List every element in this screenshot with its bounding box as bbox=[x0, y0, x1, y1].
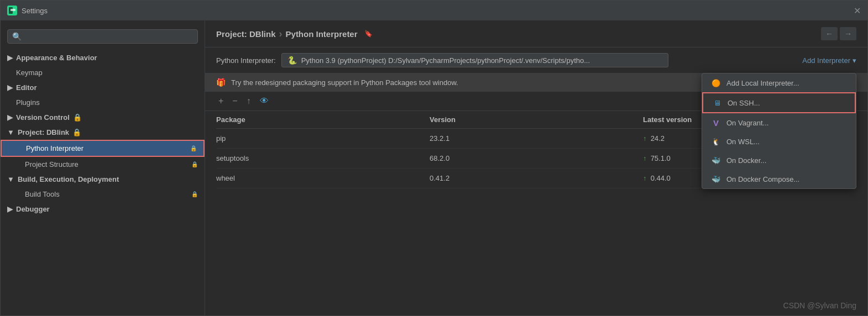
panel-header: Project: DBlink › Python Interpreter 🔖 ←… bbox=[205, 20, 867, 48]
dropdown-on-docker[interactable]: 🐳 On Docker... bbox=[702, 151, 856, 170]
package-name-wheel: wheel bbox=[216, 174, 430, 182]
upgrade-arrow-wheel: ↑ bbox=[643, 175, 646, 182]
breadcrumb-separator: › bbox=[279, 28, 283, 40]
sidebar-item-appearance-label: Appearance & Behavior bbox=[16, 54, 97, 62]
breadcrumb-project: Project: DBlink bbox=[216, 29, 276, 39]
lock-icon-ps: 🔒 bbox=[191, 161, 198, 167]
on-docker-icon: 🐳 bbox=[711, 155, 721, 165]
sidebar-item-keymap[interactable]: Keymap bbox=[1, 65, 205, 80]
sidebar-item-plugins-label: Plugins bbox=[16, 98, 40, 107]
sidebar-item-debugger[interactable]: ▶ Debugger bbox=[1, 202, 205, 217]
window-title: Settings bbox=[22, 7, 854, 15]
dropdown-on-wsl-label: On WSL... bbox=[726, 138, 760, 146]
gift-icon: 🎁 bbox=[216, 78, 226, 87]
on-ssh-icon: 🖥 bbox=[712, 98, 722, 108]
add-local-icon: 🟠 bbox=[711, 78, 721, 88]
sidebar-item-build-execution[interactable]: ▼ Build, Execution, Deployment bbox=[1, 172, 205, 187]
sidebar-item-python-interpreter-label: Python Interpreter bbox=[26, 144, 83, 152]
sidebar-item-debugger-label: Debugger bbox=[16, 205, 50, 213]
package-version-wheel: 0.41.2 bbox=[430, 174, 643, 182]
dropdown-add-local[interactable]: 🟠 Add Local Interpreter... bbox=[702, 73, 856, 92]
sidebar: 🔍 ▶ Appearance & Behavior Keymap ▶ Edito… bbox=[1, 20, 205, 315]
sidebar-item-build-tools[interactable]: Build Tools 🔒 bbox=[1, 187, 205, 202]
main-content: 🔍 ▶ Appearance & Behavior Keymap ▶ Edito… bbox=[1, 20, 867, 315]
search-box[interactable]: 🔍 bbox=[7, 29, 198, 44]
on-wsl-icon: 🐧 bbox=[711, 136, 721, 146]
dropdown-add-local-label: Add Local Interpreter... bbox=[726, 79, 799, 87]
dropdown-on-vagrant-label: On Vagrant... bbox=[726, 119, 768, 127]
dropdown-on-vagrant[interactable]: V On Vagrant... bbox=[702, 113, 856, 132]
package-name-setuptools: setuptools bbox=[216, 154, 430, 162]
chevron-right-icon-3: ▶ bbox=[7, 113, 13, 122]
sidebar-item-python-interpreter[interactable]: Python Interpreter 🔒 bbox=[1, 140, 205, 157]
main-panel: Project: DBlink › Python Interpreter 🔖 ←… bbox=[205, 20, 867, 315]
add-interpreter-button[interactable]: Add Interpreter ▾ bbox=[802, 56, 856, 65]
title-bar: Settings ✕ bbox=[1, 1, 867, 20]
chevron-right-icon-4: ▶ bbox=[7, 205, 13, 213]
forward-button[interactable]: → bbox=[840, 27, 856, 40]
dropdown-on-docker-compose-label: On Docker Compose... bbox=[726, 175, 799, 183]
search-input[interactable] bbox=[25, 33, 193, 41]
eye-icon: 👁 bbox=[260, 96, 269, 106]
sidebar-item-version-control-label: Version Control bbox=[16, 113, 70, 122]
sidebar-item-project-structure[interactable]: Project Structure 🔒 bbox=[1, 157, 205, 172]
watermark: CSDN @Sylvan Ding bbox=[783, 301, 856, 310]
sidebar-item-project-structure-label: Project Structure bbox=[25, 160, 79, 168]
sidebar-item-keymap-label: Keymap bbox=[16, 69, 43, 77]
chevron-down-icon-2: ▼ bbox=[7, 175, 14, 183]
close-button[interactable]: ✕ bbox=[854, 6, 861, 16]
package-name-pip: pip bbox=[216, 134, 430, 143]
add-interpreter-arrow: ▾ bbox=[853, 56, 856, 65]
sidebar-item-build-tools-label: Build Tools bbox=[25, 190, 60, 198]
upgrade-arrow-pip: ↑ bbox=[643, 135, 646, 143]
chevron-right-icon-2: ▶ bbox=[7, 83, 13, 92]
breadcrumb-page: Python Interpreter bbox=[286, 29, 358, 39]
pycharm-logo-icon bbox=[7, 6, 17, 15]
on-docker-compose-icon: 🐳 bbox=[711, 174, 721, 184]
bookmark-icon: 🔖 bbox=[364, 30, 373, 38]
sidebar-item-editor[interactable]: ▶ Editor bbox=[1, 80, 205, 95]
breadcrumb: Project: DBlink › Python Interpreter 🔖 bbox=[216, 28, 373, 40]
toggle-view-button[interactable]: 👁 bbox=[258, 95, 271, 107]
up-button[interactable]: ↑ bbox=[244, 95, 253, 107]
add-package-button[interactable]: + bbox=[216, 95, 226, 107]
on-vagrant-icon: V bbox=[711, 118, 721, 128]
interpreter-row: Python Interpreter: 🐍 Python 3.9 (python… bbox=[205, 48, 867, 73]
dropdown-on-ssh-label: On SSH... bbox=[728, 99, 760, 107]
add-interpreter-label: Add Interpreter bbox=[802, 56, 850, 65]
dropdown-on-ssh[interactable]: 🖥 On SSH... bbox=[702, 92, 856, 113]
sidebar-item-appearance[interactable]: ▶ Appearance & Behavior bbox=[1, 50, 205, 65]
dropdown-on-docker-compose[interactable]: 🐳 On Docker Compose... bbox=[702, 170, 856, 188]
package-version-setuptools: 68.2.0 bbox=[430, 154, 643, 162]
sidebar-item-build-execution-label: Build, Execution, Deployment bbox=[18, 175, 119, 183]
sidebar-item-project-dblink-label: Project: DBlink bbox=[18, 128, 69, 136]
lock-icon-bt: 🔒 bbox=[191, 191, 198, 197]
sidebar-item-editor-label: Editor bbox=[16, 83, 37, 92]
interpreter-value: Python 3.9 (pythonProject) D:/Sylvan/Pyc… bbox=[301, 56, 590, 65]
python-icon: 🐍 bbox=[287, 56, 297, 65]
col-package: Package bbox=[216, 115, 430, 124]
interpreter-label: Python Interpreter: bbox=[216, 56, 276, 65]
sidebar-item-plugins[interactable]: Plugins bbox=[1, 95, 205, 110]
dropdown-on-docker-label: On Docker... bbox=[726, 156, 766, 165]
search-icon: 🔍 bbox=[12, 32, 22, 41]
lock-icon-vc: 🔒 bbox=[73, 113, 82, 122]
upgrade-arrow-setuptools: ↑ bbox=[643, 155, 646, 162]
svg-rect-2 bbox=[11, 9, 15, 11]
package-version-pip: 23.2.1 bbox=[430, 134, 643, 143]
chevron-right-icon: ▶ bbox=[7, 54, 13, 62]
sidebar-item-version-control[interactable]: ▶ Version Control 🔒 bbox=[1, 110, 205, 125]
lock-icon-project: 🔒 bbox=[72, 128, 81, 136]
back-button[interactable]: ← bbox=[821, 27, 838, 40]
col-version: Version bbox=[430, 115, 643, 124]
settings-window: Settings ✕ 🔍 ▶ Appearance & Behavior Key… bbox=[0, 0, 868, 316]
nav-arrows: ← → bbox=[821, 27, 856, 40]
interpreter-selector[interactable]: 🐍 Python 3.9 (pythonProject) D:/Sylvan/P… bbox=[281, 53, 668, 67]
add-interpreter-dropdown: 🟠 Add Local Interpreter... 🖥 On SSH... V… bbox=[702, 73, 856, 189]
dropdown-on-wsl[interactable]: 🐧 On WSL... bbox=[702, 132, 856, 151]
sidebar-item-project-dblink[interactable]: ▼ Project: DBlink 🔒 bbox=[1, 125, 205, 140]
chevron-down-icon: ▼ bbox=[7, 128, 14, 136]
lock-icon-pi: 🔒 bbox=[190, 145, 197, 151]
remove-package-button[interactable]: − bbox=[230, 95, 239, 107]
